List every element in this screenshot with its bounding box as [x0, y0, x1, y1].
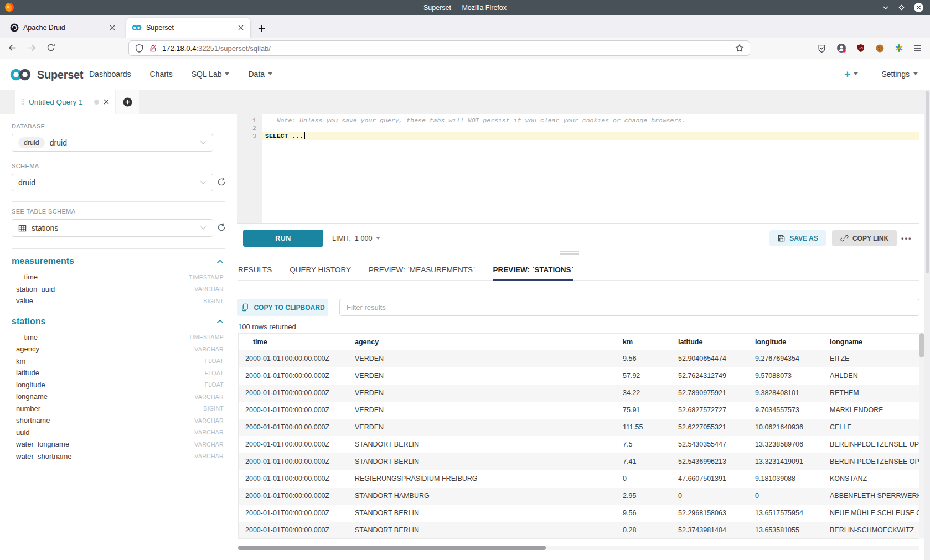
window-close-icon[interactable]: [914, 3, 923, 12]
schema-group-measurements: measurements__timeTIMESTAMPstation_uuidV…: [12, 253, 224, 307]
nav-item-data[interactable]: Data: [248, 70, 272, 79]
window-maximize-icon[interactable]: [898, 4, 905, 11]
brand-name: Superset: [37, 69, 83, 81]
table-cell: 0: [748, 488, 823, 505]
column-header-latitude[interactable]: latitude: [671, 334, 748, 350]
reload-icon[interactable]: [46, 43, 55, 52]
results-tab-preview-stations[interactable]: PREVIEW: `STATIONS`: [493, 266, 574, 281]
column-name: longitude: [16, 381, 45, 389]
table-cell: 13.6517575954: [748, 505, 823, 522]
line-number: 1: [237, 117, 262, 125]
table-cell: 2.95: [616, 488, 671, 505]
table-vertical-scrollbar[interactable]: [919, 333, 924, 539]
nav-item-sql-lab[interactable]: SQL Lab: [192, 70, 230, 79]
results-tab-query-history[interactable]: QUERY HISTORY: [290, 266, 351, 281]
schema-group-header[interactable]: stations: [12, 314, 224, 331]
schema-column-row: uuidVARCHAR: [12, 427, 224, 439]
schema-column-row: water_shortnameVARCHAR: [12, 450, 224, 463]
table-horizontal-scrollbar[interactable]: [238, 546, 919, 550]
tracking-shield-icon[interactable]: [135, 44, 144, 53]
column-type: VARCHAR: [194, 346, 224, 352]
adblock-shield-icon[interactable]: uO: [856, 44, 865, 53]
column-header-time[interactable]: __time: [239, 334, 348, 350]
column-header-km[interactable]: km: [616, 334, 671, 350]
nav-item-label: SQL Lab: [192, 70, 222, 79]
new-tab-icon[interactable]: [258, 25, 265, 32]
rows-returned-status: 100 rows returned: [238, 323, 296, 331]
column-type: BIGINT: [203, 405, 224, 412]
more-options-button[interactable]: •••: [901, 230, 912, 246]
menu-icon[interactable]: [913, 44, 922, 53]
table-cell: 13.653581055: [748, 522, 823, 539]
nav-item-dashboards[interactable]: Dashboards: [89, 70, 131, 79]
save-as-button[interactable]: SAVE AS: [769, 230, 826, 246]
refresh-table-icon[interactable]: [216, 222, 226, 232]
table-cell: 52.7890975921: [671, 385, 748, 402]
database-select[interactable]: druid druid: [12, 134, 213, 152]
new-item-button[interactable]: +: [844, 68, 858, 80]
run-button[interactable]: RUN: [243, 230, 323, 247]
line-number: 3: [237, 132, 262, 140]
back-icon[interactable]: [8, 43, 17, 53]
superset-logo[interactable]: Superset: [9, 68, 83, 81]
page-scrollbar[interactable]: [924, 90, 930, 560]
unsaved-dot: [94, 100, 99, 105]
table-cell: 0: [616, 470, 671, 488]
table-cell: 7.5: [616, 436, 671, 453]
url-text[interactable]: 172.18.0.4:32251/superset/sqllab/: [162, 44, 735, 53]
limit-dropdown[interactable]: LIMIT: 1 000: [332, 230, 380, 247]
results-tab-preview-measurements[interactable]: PREVIEW: `MEASUREMENTS`: [369, 266, 476, 281]
schema-group-header[interactable]: measurements: [12, 253, 224, 271]
tab-close-icon[interactable]: [237, 24, 245, 32]
nav-item-charts[interactable]: Charts: [150, 70, 173, 79]
refresh-schema-icon[interactable]: [216, 177, 226, 187]
window-minimize-icon[interactable]: [882, 4, 889, 11]
column-type: VARCHAR: [194, 429, 224, 435]
query-tab-close-icon[interactable]: [104, 99, 109, 105]
table-cell: 7.41: [616, 453, 671, 470]
forward-icon[interactable]: [27, 43, 37, 53]
schema-column-row: __timeTIMESTAMP: [12, 331, 224, 344]
column-header-longname[interactable]: longname: [823, 334, 919, 350]
browser-tab-apache-druid[interactable]: Apache Druid: [4, 18, 122, 38]
editor-code-area[interactable]: -- Note: Unless you save your query, the…: [262, 114, 919, 223]
pocket-shield-icon[interactable]: [817, 44, 826, 53]
column-header-longitude[interactable]: longitude: [748, 334, 823, 350]
query-tab-bar: Untitled Query 1: [0, 90, 930, 114]
browser-tab-superset[interactable]: Superset: [126, 18, 250, 38]
bookmark-star-icon[interactable]: [735, 44, 744, 53]
column-header-agency[interactable]: agency: [348, 334, 616, 350]
table-schema-list: measurements__timeTIMESTAMPstation_uuidV…: [12, 253, 224, 469]
url-bar[interactable]: 172.18.0.4:32251/superset/sqllab/: [128, 40, 750, 56]
divider: [12, 201, 225, 202]
table-cell: AHLDEN: [823, 367, 919, 385]
table-select[interactable]: stations: [12, 219, 213, 237]
table-cell: 2000-01-01T00:00:00.000Z: [239, 488, 348, 505]
editor-line-comment: -- Note: Unless you save your query, the…: [262, 117, 919, 125]
column-name: water_shortname: [16, 452, 71, 460]
navbar-menu: DashboardsChartsSQL LabData: [89, 59, 272, 89]
schema-select[interactable]: druid: [12, 174, 213, 191]
table-row: 2000-01-01T00:00:00.000ZSTANDORT BERLIN0…: [239, 522, 919, 539]
results-tab-results[interactable]: RESULTS: [238, 266, 272, 281]
extension-icon[interactable]: [895, 44, 903, 53]
copy-link-button[interactable]: COPY LINK: [832, 230, 897, 246]
caret-down-icon: [376, 237, 380, 240]
table-cell: VERDEN: [348, 367, 616, 385]
cookie-icon[interactable]: [875, 44, 885, 53]
window-title: Superset — Mozilla Firefox: [423, 4, 507, 12]
table-cell: VERDEN: [348, 350, 616, 367]
tab-close-icon[interactable]: [108, 24, 116, 32]
column-name: latitude: [16, 369, 39, 377]
query-tab-untitled-query-1[interactable]: Untitled Query 1: [16, 90, 115, 114]
filter-results-input[interactable]: [339, 299, 919, 316]
insecure-lock-icon[interactable]: [149, 44, 157, 53]
account-icon[interactable]: [836, 43, 846, 53]
copy-to-clipboard-button[interactable]: COPY TO CLIPBOARD: [237, 299, 328, 316]
settings-menu[interactable]: Settings: [881, 70, 918, 79]
pane-splitter-handle[interactable]: [560, 251, 579, 256]
new-query-tab-button[interactable]: [116, 90, 139, 114]
database-label: DATABASE: [12, 123, 45, 129]
table-cell: 9.3828408101: [748, 385, 823, 402]
schema-column-row: shortnameVARCHAR: [12, 414, 224, 427]
